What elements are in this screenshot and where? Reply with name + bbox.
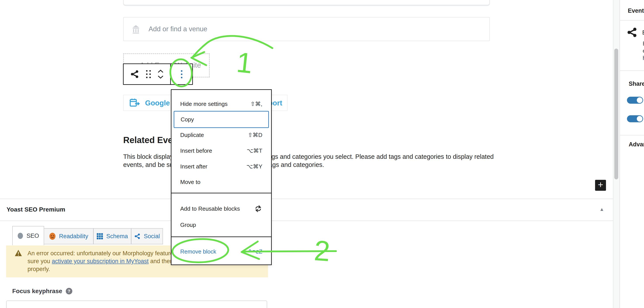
tab-readability[interactable]: Readability xyxy=(44,228,94,244)
collapse-panel-arrow[interactable]: ▲ xyxy=(600,207,604,212)
annotation-step-2: 2 xyxy=(313,234,331,267)
wordpress-block-editor: Add or find a venue Add Event Website xyxy=(0,0,644,308)
share-section-heading: Share xyxy=(629,80,644,87)
block-card-desc-line: e xyxy=(643,48,644,54)
menu-item-hide-more-settings[interactable]: Hide more settings⇧⌘, xyxy=(180,98,262,110)
move-down-icon[interactable] xyxy=(157,75,164,79)
social-share-icon xyxy=(134,233,141,240)
venue-search-field[interactable]: Add or find a venue xyxy=(123,17,490,41)
seo-score-icon xyxy=(17,233,23,239)
menu-item-insert-after[interactable]: Insert after⌥⌘Y xyxy=(180,161,262,172)
focus-keyphrase-label: Focus keyphrase ? xyxy=(12,288,72,295)
block-card-share-icon xyxy=(626,27,638,38)
venue-building-icon xyxy=(131,24,141,34)
share-block-icon[interactable] xyxy=(130,69,140,79)
advanced-section-heading[interactable]: Advanced xyxy=(629,141,644,148)
menu-item-copy[interactable]: Copy xyxy=(174,111,269,128)
menu-separator xyxy=(172,236,271,237)
empty-block-above xyxy=(123,0,490,5)
block-card-desc-line: h xyxy=(643,55,644,61)
move-up-icon[interactable] xyxy=(157,69,164,74)
menu-item-group[interactable]: Group xyxy=(180,219,262,231)
block-options-menu: Hide more settings⇧⌘, Copy Duplicate⇧⌘D … xyxy=(171,89,272,265)
block-mover xyxy=(157,69,164,79)
share-toggle-1[interactable] xyxy=(627,97,643,104)
menu-item-duplicate[interactable]: Duplicate⇧⌘D xyxy=(180,129,262,141)
block-card-title: Event Website xyxy=(642,29,644,36)
menu-item-move-to[interactable]: Move to xyxy=(180,176,262,188)
menu-item-insert-before[interactable]: Insert before⌥⌘T xyxy=(180,145,262,157)
panel-header-divider xyxy=(0,221,614,221)
tab-schema[interactable]: Schema xyxy=(93,228,131,244)
menu-item-add-to-reusable-blocks[interactable]: Add to Reusable blocks xyxy=(180,203,262,214)
metabox-divider xyxy=(0,199,614,199)
block-options-button[interactable] xyxy=(171,64,192,84)
scrollbar-thumb[interactable] xyxy=(614,49,618,179)
share-toggle-2[interactable] xyxy=(627,115,643,122)
myyoast-link[interactable]: activate your subscription in MyYoast xyxy=(52,258,148,264)
block-toolbar-left xyxy=(124,64,171,84)
add-block-button[interactable]: + xyxy=(595,180,606,191)
block-toolbar xyxy=(123,63,193,85)
menu-separator xyxy=(172,193,271,193)
tab-social[interactable]: Social xyxy=(131,228,163,244)
block-card-desc-line: E xyxy=(643,40,644,47)
reusable-block-icon xyxy=(254,205,262,213)
venue-placeholder: Add or find a venue xyxy=(148,25,207,33)
warning-icon xyxy=(14,249,22,257)
schema-grid-icon xyxy=(96,233,103,240)
drag-handle[interactable] xyxy=(146,70,151,78)
calendar-export-icon xyxy=(129,98,140,107)
yoast-panel-title: Yoast SEO Premium xyxy=(6,206,65,213)
menu-item-remove-block[interactable]: Remove block⌃⌥Z xyxy=(180,246,262,257)
sidebar-tab-event[interactable]: Event xyxy=(628,8,644,14)
focus-keyphrase-input[interactable] xyxy=(6,300,267,308)
annotation-step-1: 1 xyxy=(235,46,254,79)
readability-mood-icon xyxy=(49,232,56,240)
tab-seo[interactable]: SEO xyxy=(12,226,44,245)
ellipsis-vertical-icon xyxy=(181,70,182,78)
help-icon[interactable]: ? xyxy=(66,288,72,294)
settings-sidebar: Event Event Website E e h Share Advanced xyxy=(620,0,644,308)
